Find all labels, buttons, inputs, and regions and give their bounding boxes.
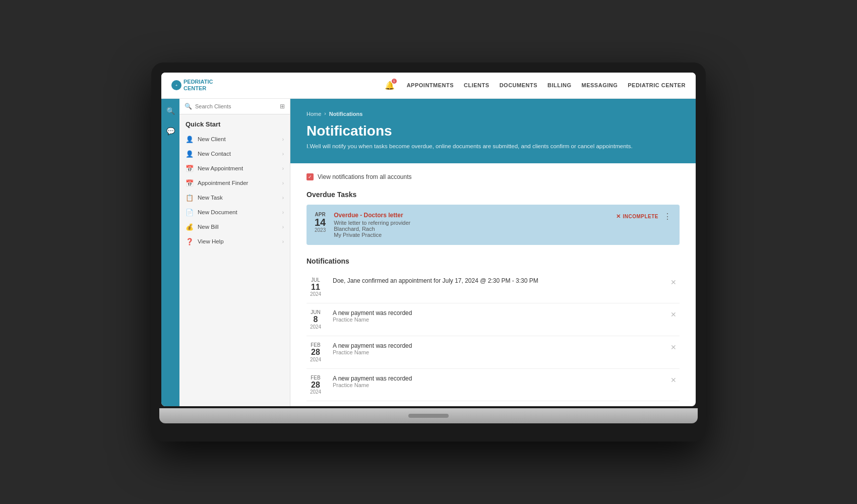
new-appointment-icon: 📅 [186, 165, 194, 172]
notif-date-block: Jul 11 2024 [307, 277, 325, 297]
notification-item: Jun 8 2024 A new payment was recorded Pr… [307, 303, 680, 336]
notifications-section-title: Notifications [307, 257, 680, 265]
overdue-task-card: Apr 14 2023 Overdue - Doctors letter Wri… [307, 205, 680, 245]
task-desc: Write letter to referring provider [334, 220, 608, 226]
search-bar: 🔍 ⊞ [179, 99, 290, 114]
menu-item-new-document[interactable]: 📄 New Document › [179, 205, 290, 220]
menu-item-view-help[interactable]: ❓ View Help › [179, 234, 290, 249]
search-sidebar-icon[interactable]: 🔍 [164, 105, 177, 117]
new-bill-icon: 💰 [186, 223, 194, 231]
notification-item: Feb 28 2024 A new payment was recorded P… [307, 336, 680, 369]
chevron-icon: › [282, 239, 284, 244]
appointment-finder-label: Appointment Finder [198, 180, 278, 186]
nav-messaging[interactable]: MESSAGING [582, 82, 618, 88]
nav-clients[interactable]: CLIENTS [464, 82, 489, 88]
notif-month: Feb [307, 342, 325, 348]
notif-sub: Practice Name [333, 382, 659, 388]
bell-badge: 1 [392, 79, 397, 84]
task-actions: ✕ INCOMPLETE ⋮ [616, 212, 671, 221]
notif-date-block: Feb 28 2024 [307, 342, 325, 362]
notif-sub: Practice Name [333, 317, 659, 323]
notification-item: Feb 24 2024 Insurance remittance receive… [307, 401, 680, 406]
nav-billing[interactable]: BILLING [547, 82, 572, 88]
notif-day: 28 [307, 381, 325, 390]
notif-sub: Practice Name [333, 349, 659, 355]
task-date-year: 2023 [315, 227, 326, 233]
filter-label: View notifications from all accounts [318, 173, 412, 180]
main-content: Home › Notifications Notifications I.Wel… [290, 99, 696, 407]
task-more-button[interactable]: ⋮ [663, 212, 671, 221]
notif-content: A new payment was recorded Practice Name [333, 342, 659, 355]
status-text: INCOMPLETE [623, 214, 658, 219]
view-help-label: View Help [198, 238, 278, 244]
nav-appointments[interactable]: APPOINTMENTS [407, 82, 454, 88]
notification-item: Jul 11 2024 Doe, Jane confirmed an appoi… [307, 271, 680, 304]
new-bill-label: New Bill [198, 224, 278, 230]
nav-pediatric-center[interactable]: PEDIATRIC CENTER [628, 82, 686, 88]
notif-year: 2024 [307, 389, 325, 395]
notif-content: A new payment was recorded Practice Name [333, 375, 659, 388]
new-task-icon: 📋 [186, 194, 194, 202]
task-date-day: 14 [315, 217, 326, 227]
status-x-icon: ✕ [616, 213, 621, 220]
quick-start-title: Quick Start [179, 114, 290, 132]
new-client-icon: 👤 [186, 136, 194, 143]
notif-date-block: Jun 8 2024 [307, 309, 325, 330]
notif-month: Jun [307, 309, 325, 315]
chevron-icon: › [282, 210, 284, 215]
menu-item-appointment-finder[interactable]: 📅 Appointment Finder › [179, 176, 290, 191]
notification-bell[interactable]: 🔔 1 [385, 81, 395, 90]
appointment-finder-icon: 📅 [186, 179, 194, 187]
page-description: I.Well will notify you when tasks become… [307, 143, 680, 149]
status-incomplete: ✕ INCOMPLETE [616, 213, 658, 220]
all-accounts-checkbox[interactable]: ✓ [307, 173, 314, 180]
task-date-block: Apr 14 2023 [315, 212, 326, 233]
new-client-label: New Client [198, 136, 278, 142]
notif-close-button[interactable]: ✕ [667, 309, 680, 320]
menu-item-new-contact[interactable]: 👤 New Contact › [179, 147, 290, 161]
task-practice-name: My Private Practice [334, 232, 608, 238]
menu-item-new-appointment[interactable]: 📅 New Appointment › [179, 161, 290, 176]
notif-content: A new payment was recorded Practice Name [333, 309, 659, 323]
notif-text: Doe, Jane confirmed an appointment for J… [333, 277, 659, 284]
menu-item-new-bill[interactable]: 💰 New Bill › [179, 220, 290, 234]
message-sidebar-icon[interactable]: 💬 [164, 125, 177, 137]
new-document-icon: 📄 [186, 209, 194, 216]
grid-icon[interactable]: ⊞ [280, 103, 285, 110]
notif-month: Feb [307, 375, 325, 381]
notif-close-button[interactable]: ✕ [667, 342, 680, 352]
notif-close-button[interactable]: ✕ [667, 375, 680, 385]
sidebar-icons: 🔍 💬 [161, 99, 179, 407]
chevron-icon: › [282, 180, 284, 186]
overdue-section-title: Overdue Tasks [307, 191, 680, 199]
search-icon: 🔍 [185, 103, 192, 110]
notif-text: A new payment was recorded [333, 342, 659, 349]
search-input[interactable] [195, 103, 277, 109]
notif-date-block: Feb 28 2024 [307, 375, 325, 395]
notif-text: A new payment was recorded [333, 309, 659, 317]
logo-text: PEDRIATIC CENTER [183, 79, 213, 92]
notif-year: 2024 [307, 291, 325, 297]
breadcrumb-current: Notifications [329, 111, 363, 117]
breadcrumb-separator: › [324, 111, 326, 116]
breadcrumb-home[interactable]: Home [307, 111, 321, 117]
logo: + PEDRIATIC CENTER [171, 79, 213, 92]
breadcrumb: Home › Notifications [307, 111, 680, 117]
chevron-icon: › [282, 137, 284, 142]
content-area: ✓ View notifications from all accounts O… [290, 163, 696, 407]
chevron-icon: › [282, 151, 284, 157]
menu-item-new-client[interactable]: 👤 New Client › [179, 132, 290, 147]
body-area: 🔍 💬 🔍 ⊞ Quick Start 👤 New Client › [161, 99, 696, 407]
nav-documents[interactable]: DOCUMENTS [500, 82, 537, 88]
notif-close-button[interactable]: ✕ [667, 277, 680, 287]
chevron-icon: › [282, 224, 284, 230]
notif-month: Jul [307, 277, 325, 283]
notif-content: Doe, Jane confirmed an appointment for J… [333, 277, 659, 284]
notif-year: 2024 [307, 324, 325, 330]
nav-right: 🔔 1 APPOINTMENTS CLIENTS DOCUMENTS BILLI… [385, 81, 686, 90]
notification-item: Feb 28 2024 A new payment was recorded P… [307, 369, 680, 402]
new-document-label: New Document [198, 209, 278, 215]
page-title: Notifications [307, 123, 680, 139]
notif-day: 11 [307, 283, 325, 292]
menu-item-new-task[interactable]: 📋 New Task › [179, 191, 290, 205]
